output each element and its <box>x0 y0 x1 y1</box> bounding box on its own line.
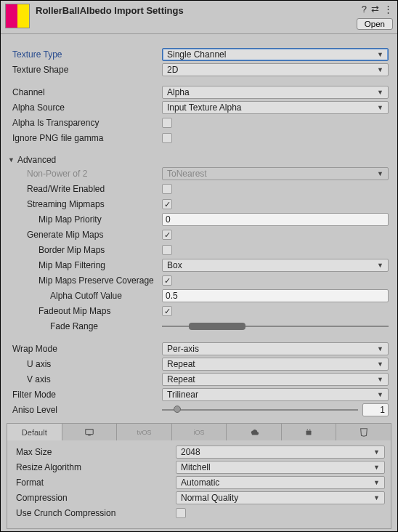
u-axis-value: Repeat <box>167 359 195 369</box>
read-write-checkbox[interactable] <box>162 184 172 194</box>
platform-tab-standalone[interactable] <box>62 424 118 440</box>
non-power-of-2-label: Non-Power of 2 <box>7 169 162 179</box>
crunch-compression-checkbox[interactable] <box>176 508 186 518</box>
chevron-down-icon: ▼ <box>377 170 383 177</box>
platform-tabs: Default tvOS iOS <box>7 423 391 440</box>
chevron-down-icon: ▼ <box>377 391 383 398</box>
platform-tab-lumin[interactable] <box>227 424 282 440</box>
wrap-mode-dropdown[interactable]: Per-axis ▼ <box>162 342 389 355</box>
filter-mode-value: Trilinear <box>167 390 198 400</box>
asset-thumbnail <box>5 4 30 28</box>
platform-tab-android[interactable] <box>282 424 337 440</box>
chevron-down-icon: ▼ <box>377 66 383 73</box>
platform-tab-webgl[interactable] <box>336 424 391 440</box>
fade-range-handle[interactable] <box>189 323 245 330</box>
channel-label: Channel <box>7 87 162 97</box>
aniso-level-label: Aniso Level <box>7 405 162 415</box>
mip-map-filtering-dropdown[interactable]: Box ▼ <box>162 259 389 272</box>
foldout-arrow-icon: ▼ <box>8 156 15 164</box>
border-mip-maps-checkbox[interactable] <box>162 245 172 255</box>
channel-value: Alpha <box>167 87 190 97</box>
resize-algorithm-value: Mitchell <box>181 462 211 472</box>
advanced-foldout[interactable]: ▼ Advanced <box>7 153 391 166</box>
texture-shape-value: 2D <box>167 65 178 75</box>
u-axis-dropdown[interactable]: Repeat ▼ <box>162 358 389 371</box>
alpha-source-label: Alpha Source <box>7 102 162 113</box>
chevron-down-icon: ▼ <box>377 376 383 383</box>
alpha-source-dropdown[interactable]: Input Texture Alpha ▼ <box>162 101 389 114</box>
compression-value: Normal Quality <box>181 493 238 503</box>
max-size-label: Max Size <box>10 447 176 457</box>
v-axis-value: Repeat <box>167 374 195 384</box>
platform-tab-default[interactable]: Default <box>7 424 62 440</box>
chevron-down-icon: ▼ <box>377 104 383 111</box>
open-button[interactable]: Open <box>357 18 393 30</box>
crunch-compression-label: Use Crunch Compression <box>10 508 176 518</box>
chevron-down-icon: ▼ <box>377 345 383 352</box>
preset-icon[interactable]: ⇄ <box>371 4 379 15</box>
generate-mip-maps-checkbox[interactable] <box>162 230 172 240</box>
advanced-title: Advanced <box>17 155 56 165</box>
chevron-down-icon: ▼ <box>377 262 383 269</box>
svg-point-3 <box>307 429 308 430</box>
resize-algorithm-dropdown[interactable]: Mitchell ▼ <box>176 461 385 474</box>
aniso-slider-thumb[interactable] <box>174 406 181 413</box>
u-axis-label: U axis <box>7 359 162 369</box>
mip-map-priority-label: Mip Map Priority <box>7 214 162 225</box>
alpha-is-transparency-checkbox[interactable] <box>162 118 172 128</box>
svg-rect-0 <box>86 429 94 434</box>
texture-type-label: Texture Type <box>7 49 162 60</box>
streaming-mipmaps-checkbox[interactable] <box>162 199 172 209</box>
wrap-mode-value: Per-axis <box>167 344 199 354</box>
v-axis-dropdown[interactable]: Repeat ▼ <box>162 373 389 386</box>
aniso-level-slider[interactable] <box>162 403 358 416</box>
fade-range-slider[interactable] <box>162 320 389 333</box>
alpha-cutoff-field[interactable]: 0.5 <box>162 289 389 302</box>
context-menu-icon[interactable]: ⋮ <box>383 4 393 15</box>
filter-mode-dropdown[interactable]: Trilinear ▼ <box>162 388 389 401</box>
ignore-png-gamma-checkbox[interactable] <box>162 133 172 143</box>
compression-dropdown[interactable]: Normal Quality ▼ <box>176 491 385 504</box>
fadeout-mip-maps-checkbox[interactable] <box>162 306 172 316</box>
chevron-down-icon: ▼ <box>373 494 380 501</box>
resize-algorithm-label: Resize Algorithm <box>10 462 176 472</box>
chevron-down-icon: ▼ <box>373 479 380 486</box>
max-size-dropdown[interactable]: 2048 ▼ <box>176 446 385 459</box>
channel-dropdown[interactable]: Alpha ▼ <box>162 86 389 99</box>
ignore-png-gamma-label: Ignore PNG file gamma <box>7 133 162 143</box>
chevron-down-icon: ▼ <box>373 464 380 471</box>
cloud-icon <box>249 427 259 438</box>
preserve-coverage-label: Mip Maps Preserve Coverage <box>7 275 162 286</box>
svg-rect-1 <box>88 435 91 435</box>
mip-map-filtering-value: Box <box>167 260 182 270</box>
help-icon[interactable]: ? <box>362 4 367 15</box>
read-write-label: Read/Write Enabled <box>7 184 162 194</box>
html5-icon <box>359 427 369 438</box>
texture-shape-dropdown[interactable]: 2D ▼ <box>162 63 389 76</box>
mip-map-priority-field[interactable]: 0 <box>162 213 389 226</box>
format-label: Format <box>10 477 176 488</box>
platform-tab-ios[interactable]: iOS <box>172 424 227 440</box>
platform-tab-tvos[interactable]: tvOS <box>117 424 172 440</box>
alpha-source-value: Input Texture Alpha <box>167 102 242 113</box>
non-power-of-2-value: ToNearest <box>167 169 207 179</box>
svg-rect-2 <box>306 430 312 435</box>
chevron-down-icon: ▼ <box>373 448 380 456</box>
android-icon <box>304 427 314 438</box>
format-dropdown[interactable]: Automatic ▼ <box>176 476 385 489</box>
max-size-value: 2048 <box>181 447 200 457</box>
monitor-icon <box>84 427 94 438</box>
preserve-coverage-checkbox[interactable] <box>162 275 172 286</box>
aniso-level-field[interactable]: 1 <box>362 403 389 416</box>
generate-mip-maps-label: Generate Mip Maps <box>7 230 162 240</box>
texture-shape-label: Texture Shape <box>7 65 162 75</box>
mip-map-filtering-label: Mip Map Filtering <box>7 260 162 270</box>
fadeout-mip-maps-label: Fadeout Mip Maps <box>7 306 162 316</box>
border-mip-maps-label: Border Mip Maps <box>7 245 162 255</box>
chevron-down-icon: ▼ <box>377 89 383 96</box>
texture-type-dropdown[interactable]: Single Channel ▼ <box>162 48 389 61</box>
non-power-of-2-dropdown: ToNearest ▼ <box>162 167 389 180</box>
compression-label: Compression <box>10 493 176 503</box>
ios-icon: iOS <box>194 429 205 436</box>
streaming-mipmaps-label: Streaming Mipmaps <box>7 199 162 209</box>
